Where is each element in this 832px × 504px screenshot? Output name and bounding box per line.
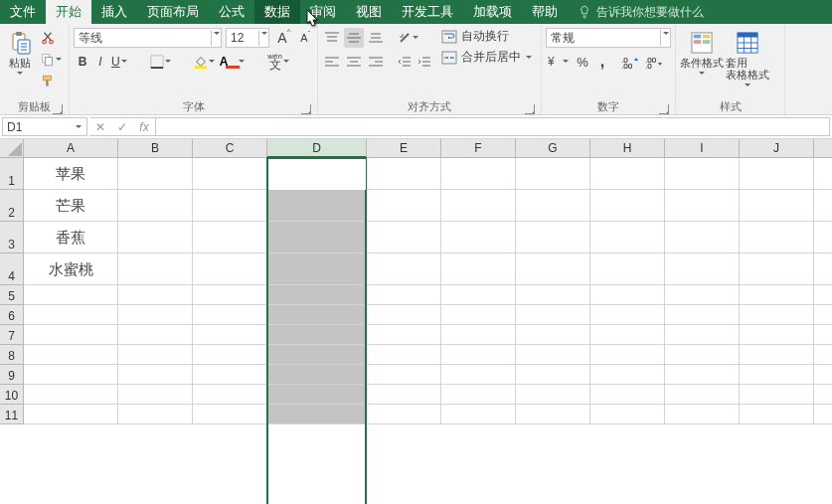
row-header[interactable]: 11 xyxy=(0,405,24,424)
cell[interactable] xyxy=(814,405,832,424)
cell[interactable] xyxy=(665,345,740,365)
column-header[interactable]: F xyxy=(441,139,516,158)
cell[interactable] xyxy=(590,158,665,190)
align-top-button[interactable] xyxy=(322,28,342,48)
cell[interactable] xyxy=(441,253,516,285)
cell[interactable] xyxy=(516,305,590,325)
cell[interactable] xyxy=(740,285,814,305)
cell[interactable] xyxy=(193,158,267,190)
cell[interactable] xyxy=(516,190,590,222)
cell[interactable] xyxy=(516,222,590,253)
cell[interactable] xyxy=(367,158,441,190)
cell[interactable] xyxy=(441,365,516,385)
cell[interactable] xyxy=(267,222,367,253)
enter-button[interactable]: ✓ xyxy=(111,117,133,137)
cell[interactable] xyxy=(590,305,665,325)
format-painter-button[interactable] xyxy=(39,72,57,91)
cell[interactable] xyxy=(590,365,665,385)
cell[interactable] xyxy=(590,222,665,253)
column-header[interactable]: A xyxy=(24,139,118,158)
cell[interactable] xyxy=(516,285,590,305)
cell[interactable] xyxy=(516,253,590,285)
cell[interactable] xyxy=(665,365,740,385)
cell[interactable] xyxy=(516,385,590,405)
select-all-corner[interactable] xyxy=(0,139,24,158)
cell[interactable] xyxy=(118,405,193,424)
cell[interactable] xyxy=(590,405,665,424)
cell[interactable] xyxy=(267,365,367,385)
cell[interactable] xyxy=(740,253,814,285)
cell[interactable] xyxy=(516,365,590,385)
cell[interactable] xyxy=(740,365,814,385)
row-header[interactable]: 6 xyxy=(0,305,24,325)
spreadsheet[interactable]: ABCDEFGHIJK 1234567891011 苹果芒果香蕉水蜜桃 xyxy=(0,139,832,504)
cell[interactable] xyxy=(367,222,441,253)
cell[interactable] xyxy=(193,365,267,385)
decrease-decimal-button[interactable]: .00.0 xyxy=(643,52,665,72)
wrap-text-button[interactable]: 自动换行 xyxy=(441,28,509,45)
cell[interactable] xyxy=(441,385,516,405)
cell[interactable] xyxy=(367,253,441,285)
cell[interactable]: 水蜜桃 xyxy=(24,253,118,285)
cell[interactable] xyxy=(193,222,267,253)
cell[interactable] xyxy=(118,365,193,385)
cell[interactable] xyxy=(665,305,740,325)
cell[interactable] xyxy=(118,222,193,253)
cell[interactable] xyxy=(24,305,118,325)
grow-font-button[interactable]: A^ xyxy=(273,28,291,48)
cell[interactable] xyxy=(24,345,118,365)
column-header[interactable]: G xyxy=(516,139,590,158)
cell[interactable] xyxy=(590,190,665,222)
cell[interactable] xyxy=(814,190,832,222)
menu-tab-10[interactable]: 帮助 xyxy=(522,0,568,24)
cell[interactable] xyxy=(24,285,118,305)
orientation-button[interactable] xyxy=(396,28,421,48)
cell[interactable] xyxy=(367,285,441,305)
cell[interactable] xyxy=(590,345,665,365)
cell[interactable] xyxy=(814,365,832,385)
cell[interactable] xyxy=(441,190,516,222)
cell[interactable] xyxy=(590,253,665,285)
tell-me-input[interactable]: 告诉我你想要做什么 xyxy=(568,0,704,24)
cell[interactable] xyxy=(740,405,814,424)
insert-function-button[interactable]: fx xyxy=(133,117,155,137)
menu-tab-9[interactable]: 加载项 xyxy=(463,0,522,24)
cell[interactable] xyxy=(267,325,367,345)
menu-tab-3[interactable]: 页面布局 xyxy=(137,0,209,24)
increase-decimal-button[interactable]: .0.00 xyxy=(619,52,641,72)
cell[interactable] xyxy=(740,385,814,405)
cell[interactable] xyxy=(193,345,267,365)
menu-tab-5[interactable]: 数据 xyxy=(254,0,300,24)
menu-tab-0[interactable]: 文件 xyxy=(0,0,46,24)
font-color-button[interactable]: A xyxy=(218,52,249,72)
cell[interactable] xyxy=(441,158,516,190)
fill-color-button[interactable] xyxy=(192,52,218,72)
cell[interactable] xyxy=(740,158,814,190)
cell[interactable] xyxy=(24,325,118,345)
menu-tab-7[interactable]: 视图 xyxy=(346,0,392,24)
menu-tab-6[interactable]: 审阅 xyxy=(300,0,346,24)
cell[interactable] xyxy=(267,345,367,365)
cell[interactable] xyxy=(367,385,441,405)
cell[interactable] xyxy=(193,305,267,325)
cell[interactable] xyxy=(441,285,516,305)
cell[interactable] xyxy=(516,158,590,190)
border-button[interactable] xyxy=(148,52,174,72)
bold-button[interactable]: B xyxy=(74,52,91,72)
underline-button[interactable]: U xyxy=(109,52,130,72)
align-right-button[interactable] xyxy=(366,52,386,72)
cell[interactable] xyxy=(814,222,832,253)
cell[interactable] xyxy=(740,325,814,345)
cell[interactable] xyxy=(267,305,367,325)
column-header[interactable]: I xyxy=(665,139,740,158)
cell[interactable] xyxy=(814,325,832,345)
menu-tab-1[interactable]: 开始 xyxy=(46,0,91,24)
cell[interactable] xyxy=(665,222,740,253)
row-header[interactable]: 4 xyxy=(0,253,24,285)
cell[interactable]: 香蕉 xyxy=(24,222,118,253)
cell[interactable] xyxy=(118,158,193,190)
cell[interactable] xyxy=(740,190,814,222)
cell[interactable] xyxy=(441,345,516,365)
column-header[interactable]: K xyxy=(814,139,832,158)
cell[interactable] xyxy=(118,385,193,405)
